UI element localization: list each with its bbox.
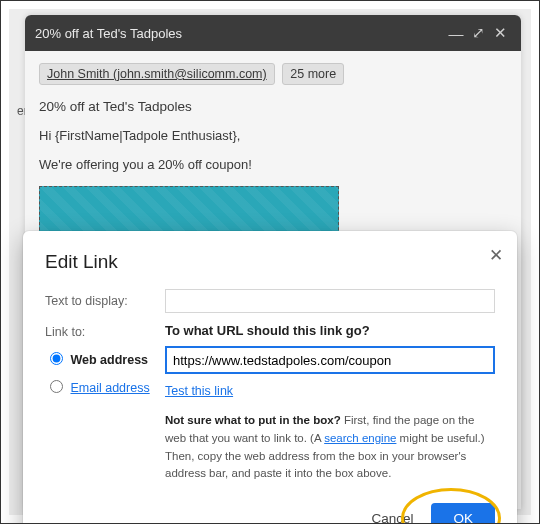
compose-body-line: We're offering you a 20% off coupon!: [39, 157, 507, 172]
compose-subject: 20% off at Ted's Tadpoles: [39, 99, 507, 114]
dialog-title: Edit Link: [45, 251, 495, 273]
close-icon[interactable]: ✕: [489, 24, 511, 42]
email-address-radio-input[interactable]: [50, 380, 63, 393]
expand-icon[interactable]: ⤢: [467, 24, 489, 42]
test-link[interactable]: Test this link: [165, 384, 233, 398]
compose-header: 20% off at Ted's Tadpoles — ⤢ ✕: [25, 15, 521, 51]
search-engine-link[interactable]: search engine: [324, 432, 396, 444]
link-to-label: Link to:: [45, 325, 165, 339]
cancel-button[interactable]: Cancel: [371, 511, 413, 524]
web-address-radio[interactable]: Web address: [45, 349, 165, 367]
text-to-display-input[interactable]: [165, 289, 495, 313]
email-address-radio-label[interactable]: Email address: [70, 381, 149, 395]
compose-title: 20% off at Ted's Tadpoles: [35, 26, 445, 41]
recipients-more-chip[interactable]: 25 more: [282, 63, 344, 85]
dialog-close-icon[interactable]: ✕: [489, 245, 503, 266]
url-question: To what URL should this link go?: [165, 323, 495, 338]
ok-button[interactable]: OK: [431, 503, 495, 524]
hint-lead: Not sure what to put in the box?: [165, 414, 341, 426]
url-input[interactable]: [165, 346, 495, 374]
web-address-radio-input[interactable]: [50, 352, 63, 365]
recipient-chip[interactable]: John Smith (john.smith@silicomm.com): [39, 63, 275, 85]
minimize-icon[interactable]: —: [445, 25, 467, 42]
email-address-radio[interactable]: Email address: [45, 377, 165, 395]
text-to-display-label: Text to display:: [45, 294, 165, 308]
edit-link-dialog: ✕ Edit Link Text to display: Link to: We…: [23, 231, 517, 524]
hint-text: Not sure what to put in the box? First, …: [165, 412, 495, 483]
compose-body-line: Hi {FirstName|Tadpole Enthusiast},: [39, 128, 507, 143]
web-address-radio-label: Web address: [70, 353, 148, 367]
